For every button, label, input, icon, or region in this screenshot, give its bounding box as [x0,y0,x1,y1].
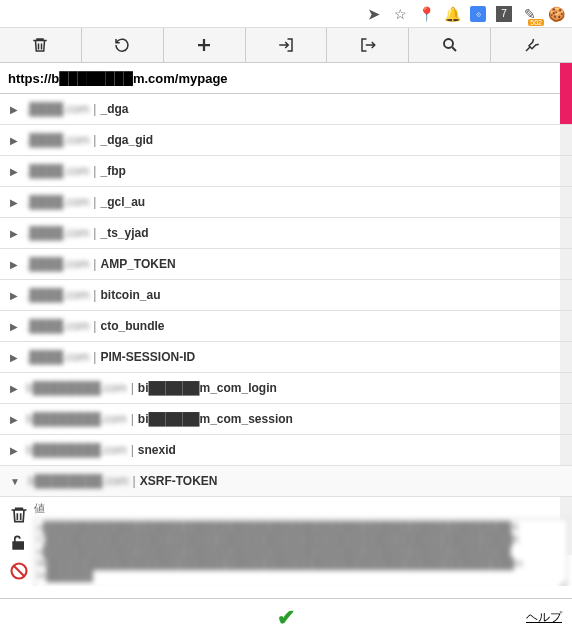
ext-icon-3[interactable]: 7 [496,6,512,22]
separator: | [133,474,136,488]
url-bar [0,63,572,94]
cookie-name: _dga_gid [100,133,153,147]
main-toolbar [0,28,572,63]
expand-arrow-icon: ▶ [10,383,18,394]
pin-icon[interactable]: 📍 [418,6,434,22]
expand-arrow-icon: ▶ [10,135,18,146]
cookie-name: _ts_yjad [100,226,148,240]
value-label: 値 [34,501,568,516]
cookie-domain: b████████.com [26,381,127,395]
expand-arrow-icon: ▶ [10,352,18,363]
cookie-row[interactable]: ▶ .████.com | PIM-SESSION-ID [0,342,572,373]
confirm-check-icon[interactable]: ✔ [277,605,295,631]
cookie-domain: b████████.com [26,412,127,426]
delete-cookie-button[interactable] [9,505,29,525]
ext-icon-1[interactable]: 🔔 [444,6,460,22]
cookie-name: _fbp [100,164,125,178]
unlock-icon[interactable] [9,533,29,553]
cookie-row[interactable]: ▶ b████████.com | bi██████m_com_login [0,373,572,404]
separator: | [93,319,96,333]
cookie-domain: .████.com [26,319,89,333]
cookie-domain: .████.com [26,102,89,116]
help-link[interactable]: ヘルプ [526,609,562,626]
expand-arrow-icon: ▶ [10,166,18,177]
separator: | [93,257,96,271]
cookie-value-textarea[interactable]: e███████████████████████████████████████… [34,518,568,586]
cookie-name: cto_bundle [100,319,164,333]
cookie-domain: .████.com [26,133,89,147]
separator: | [93,164,96,178]
cookie-domain: .████.com [26,257,89,271]
star-icon[interactable]: ☆ [392,6,408,22]
expand-arrow-icon: ▶ [10,414,18,425]
svg-point-0 [444,39,453,48]
refresh-button[interactable] [82,28,164,62]
cookie-icon[interactable]: 🍪 [548,6,564,22]
cookie-name: bitcoin_au [100,288,160,302]
cookie-row[interactable]: ▶ .████.com | _ts_yjad [0,218,572,249]
cookie-name: AMP_TOKEN [100,257,175,271]
cookie-name: bi██████m_com_session [138,412,293,426]
settings-button[interactable] [491,28,572,62]
delete-all-button[interactable] [0,28,82,62]
expand-arrow-icon: ▼ [10,476,20,487]
cookie-name: _dga [100,102,128,116]
separator: | [131,443,134,457]
expand-arrow-icon: ▶ [10,445,18,456]
cookie-row[interactable]: ▶ .████.com | AMP_TOKEN [0,249,572,280]
cookie-domain: .████.com [26,164,89,178]
cookie-domain: .████.com [26,195,89,209]
footer-bar: ✔ ヘルプ [0,598,572,636]
expand-arrow-icon: ▶ [10,259,18,270]
cookie-row[interactable]: ▶ .████.com | cto_bundle [0,311,572,342]
cookie-detail-panel: 値 e█████████████████████████████████████… [0,497,572,586]
cookie-row[interactable]: ▶ .████.com | _dga [0,94,572,125]
export-button[interactable] [327,28,409,62]
expand-arrow-icon: ▶ [10,197,18,208]
cookie-name: bi██████m_com_login [138,381,277,395]
separator: | [93,102,96,116]
expand-arrow-icon: ▶ [10,104,18,115]
browser-top-bar: ➤ ☆ 📍 🔔 ⟐ 7 ✎502 🍪 [0,0,572,28]
separator: | [131,412,134,426]
send-icon[interactable]: ➤ [366,6,382,22]
separator: | [93,133,96,147]
cookie-domain: .████.com [26,350,89,364]
cookie-row[interactable]: ▶ .████.com | _dga_gid [0,125,572,156]
separator: | [93,195,96,209]
separator: | [93,288,96,302]
ext-icon-brush[interactable]: ✎502 [522,6,538,22]
cookie-list: ▶ .████.com | _dga▶ .████.com | _dga_gid… [0,94,572,586]
ext-icon-2[interactable]: ⟐ [470,6,486,22]
url-input[interactable] [8,71,564,86]
separator: | [131,381,134,395]
cookie-row[interactable]: ▶ .████.com | _gcl_au [0,187,572,218]
cookie-row[interactable]: ▼ b████████.com | XSRF-TOKEN [0,466,572,497]
cookie-domain: b████████.com [28,474,129,488]
separator: | [93,350,96,364]
cookie-row[interactable]: ▶ .████.com | bitcoin_au [0,280,572,311]
cookie-name: _gcl_au [100,195,145,209]
cookie-row[interactable]: ▶ .████.com | _fbp [0,156,572,187]
separator: | [93,226,96,240]
cookie-domain: .████.com [26,226,89,240]
cookie-name: PIM-SESSION-ID [100,350,195,364]
expand-arrow-icon: ▶ [10,321,18,332]
expand-arrow-icon: ▶ [10,228,18,239]
cookie-name: XSRF-TOKEN [140,474,218,488]
cookie-row[interactable]: ▶ b████████.com | snexid [0,435,572,466]
cookie-name: snexid [138,443,176,457]
import-button[interactable] [246,28,328,62]
block-icon[interactable] [9,561,29,581]
cookie-row[interactable]: ▶ b████████.com | bi██████m_com_session [0,404,572,435]
add-button[interactable] [164,28,246,62]
cookie-domain: .████.com [26,288,89,302]
search-button[interactable] [409,28,491,62]
cookie-domain: b████████.com [26,443,127,457]
expand-arrow-icon: ▶ [10,290,18,301]
